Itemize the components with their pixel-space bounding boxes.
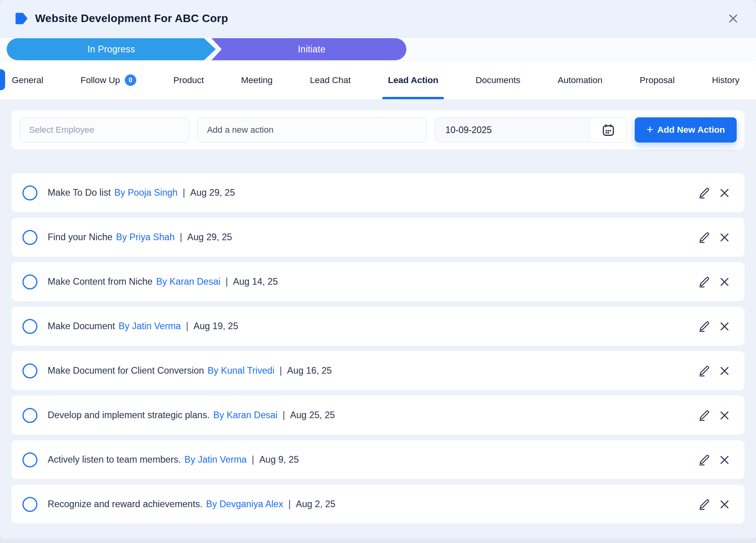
calendar-icon (601, 123, 615, 137)
edit-action-button[interactable] (698, 409, 710, 421)
action-task-text: Recognize and reward achievements. (48, 499, 202, 510)
page-title: Website Development For ABC Corp (35, 12, 228, 25)
tab-product[interactable]: Product (173, 61, 204, 99)
delete-action-button[interactable] (719, 499, 730, 510)
action-separator: | (220, 276, 233, 287)
pencil-icon (698, 320, 710, 332)
calendar-button[interactable] (590, 118, 626, 142)
action-row: Recognize and reward achievements. By De… (11, 485, 745, 524)
action-list: Make To Do list By Pooja Singh | Aug 29,… (11, 173, 745, 524)
action-row-controls (698, 498, 730, 510)
action-date: Aug 25, 25 (290, 410, 335, 421)
pencil-icon (698, 276, 710, 288)
close-button[interactable] (725, 11, 741, 26)
tab-automation[interactable]: Automation (558, 61, 602, 99)
action-task-text: Make Document (48, 321, 115, 332)
tab-label: Follow Up (81, 75, 120, 85)
action-status-circle[interactable] (22, 230, 37, 245)
tab-proposal[interactable]: Proposal (640, 61, 675, 99)
close-icon (719, 499, 730, 510)
action-status-circle[interactable] (22, 274, 37, 289)
action-status-circle[interactable] (22, 363, 37, 378)
close-icon (719, 410, 730, 421)
pencil-icon (698, 187, 710, 199)
tab-lead-action[interactable]: Lead Action (388, 61, 438, 99)
action-text: Develop and implement strategic plans. B… (48, 410, 335, 421)
edit-action-button[interactable] (698, 231, 710, 243)
tab-label: Lead Action (388, 75, 438, 85)
date-input[interactable] (435, 118, 590, 142)
modal-header: Website Development For ABC Corp (0, 0, 756, 37)
action-row-controls (698, 365, 730, 377)
pencil-icon (698, 454, 710, 466)
delete-action-button[interactable] (719, 276, 730, 288)
stage-initiate[interactable]: Initiate (211, 38, 406, 60)
lead-detail-modal: Website Development For ABC Corp In Prog… (0, 0, 756, 539)
action-status-circle[interactable] (22, 319, 37, 334)
action-status-circle[interactable] (22, 185, 37, 200)
action-task-text: Find your Niche (48, 232, 113, 243)
action-owner-link[interactable]: By Jatin Verma (119, 321, 181, 332)
tab-follow-up[interactable]: Follow Up 0 (81, 61, 136, 99)
tab-documents[interactable]: Documents (476, 61, 521, 99)
delete-action-button[interactable] (719, 321, 730, 332)
action-row: Develop and implement strategic plans. B… (11, 396, 745, 435)
select-employee-input[interactable] (19, 117, 189, 143)
delete-action-button[interactable] (719, 365, 730, 377)
delete-action-button[interactable] (719, 187, 730, 199)
action-separator: | (174, 232, 187, 243)
edit-action-button[interactable] (698, 320, 710, 332)
plus-icon: + (647, 124, 654, 135)
action-row-controls (698, 187, 730, 199)
action-owner-link[interactable]: By Kunal Trivedi (208, 365, 274, 376)
tab-lead-chat[interactable]: Lead Chat (310, 61, 351, 99)
tab-label: Documents (476, 75, 521, 85)
action-separator: | (274, 365, 287, 376)
edit-action-button[interactable] (698, 187, 710, 199)
tab-label: History (712, 75, 739, 85)
action-owner-link[interactable]: By Karan Desai (213, 410, 277, 421)
delete-action-button[interactable] (719, 410, 730, 421)
edit-action-button[interactable] (698, 498, 710, 510)
action-row-controls (698, 454, 730, 466)
tab-meeting[interactable]: Meeting (241, 61, 272, 99)
edit-action-button[interactable] (698, 365, 710, 377)
action-status-circle[interactable] (22, 497, 37, 512)
action-status-circle[interactable] (22, 408, 37, 423)
action-task-text: Make Content from Niche (48, 276, 152, 287)
action-row: Find your Niche By Priya Shah | Aug 29, … (11, 218, 745, 257)
action-task-text: Make Document for Client Conversion (48, 365, 204, 376)
new-action-input[interactable] (197, 117, 427, 143)
tab-history[interactable]: History (712, 61, 739, 99)
stage-in-progress[interactable]: In Progress (7, 38, 216, 60)
action-owner-link[interactable]: By Priya Shah (116, 232, 175, 243)
action-date: Aug 16, 25 (287, 365, 332, 376)
action-row: Make To Do list By Pooja Singh | Aug 29,… (11, 173, 745, 212)
action-task-text: Make To Do list (48, 187, 111, 198)
tab-label: General (12, 75, 43, 85)
action-row-controls (698, 320, 730, 332)
tab-general[interactable]: General (12, 61, 43, 99)
tab-bar: General Follow Up 0 Product Meeting Lead… (0, 61, 756, 99)
action-owner-link[interactable]: By Karan Desai (156, 276, 220, 287)
pipeline-stage-bar: In Progress Initiate (0, 37, 756, 61)
edit-action-button[interactable] (698, 454, 710, 466)
action-owner-link[interactable]: By Pooja Singh (114, 187, 178, 198)
delete-action-button[interactable] (719, 232, 730, 243)
tab-label: Proposal (640, 75, 675, 85)
edit-action-button[interactable] (698, 276, 710, 288)
action-separator: | (178, 187, 190, 198)
action-date: Aug 9, 25 (259, 454, 299, 465)
add-new-action-button[interactable]: + Add New Action (635, 117, 737, 143)
action-owner-link[interactable]: By Devganiya Alex (206, 499, 283, 510)
delete-action-button[interactable] (719, 454, 730, 466)
tab-label: Automation (558, 75, 602, 85)
action-status-circle[interactable] (22, 452, 37, 467)
stage-label: Initiate (298, 44, 325, 55)
action-owner-link[interactable]: By Jatin Verma (184, 454, 246, 465)
action-row-controls (698, 231, 730, 243)
tab-label: Lead Chat (310, 75, 351, 85)
stage-label: In Progress (87, 44, 135, 55)
action-row: Make Document By Jatin Verma | Aug 19, 2… (11, 307, 745, 346)
pencil-icon (698, 409, 710, 421)
